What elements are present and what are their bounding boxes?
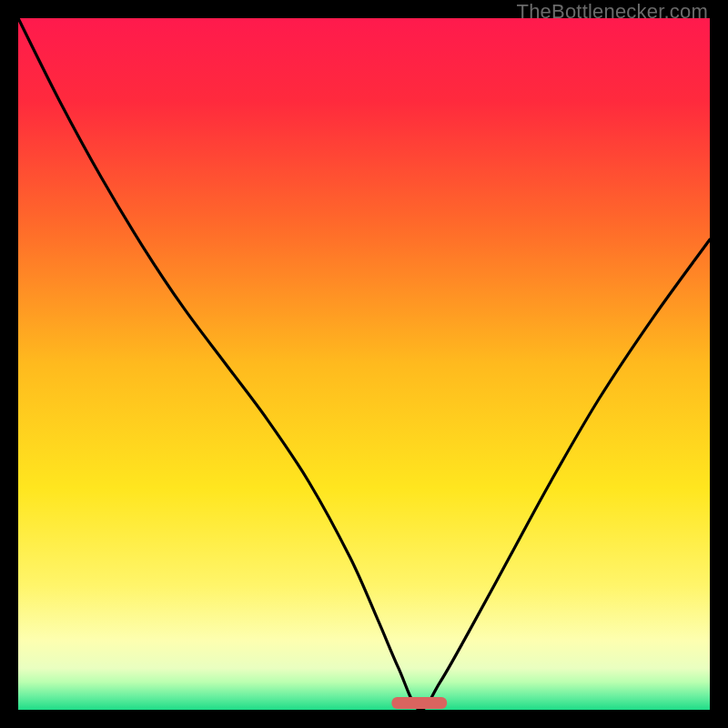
chart-svg — [18, 18, 710, 710]
bottleneck-curve — [18, 18, 710, 710]
chart-frame — [18, 18, 710, 710]
optimal-marker — [391, 697, 447, 709]
